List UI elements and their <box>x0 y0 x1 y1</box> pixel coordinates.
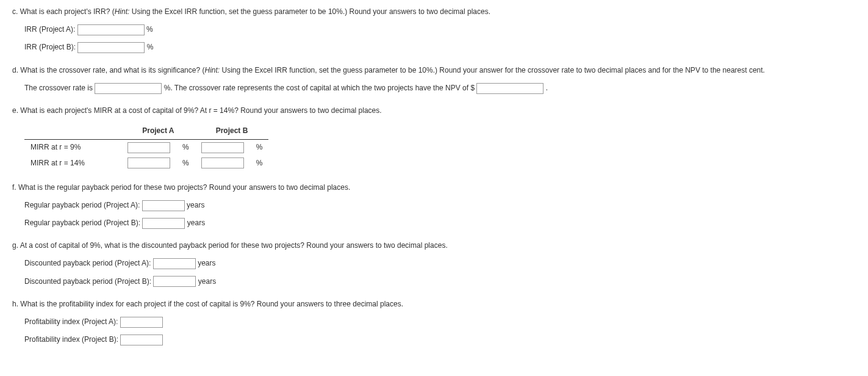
pct-unit: % <box>147 43 154 51</box>
pct-unit: % <box>146 25 153 34</box>
mirr-14-label: MIRR at r = 14% <box>24 156 121 171</box>
question-d-intro: d. What is the crossover rate, and what … <box>12 66 204 74</box>
hint-label: Hint: <box>115 7 130 16</box>
pi-b-label: Profitability index (Project B): <box>24 335 120 344</box>
question-d: d. What is the crossover rate, and what … <box>12 65 856 94</box>
mirr-9-label: MIRR at r = 9% <box>24 140 121 156</box>
irr-b-input[interactable] <box>77 42 145 53</box>
question-c-text: c. What is each project's IRR? (Hint: Us… <box>12 6 856 18</box>
years-unit: years <box>198 277 216 286</box>
years-unit: years <box>187 201 204 209</box>
pct-cell: % <box>250 140 269 156</box>
years-unit: years <box>187 219 205 227</box>
mirr-9-a-cell <box>121 140 176 156</box>
question-f: f. What is the regular payback period fo… <box>12 182 856 230</box>
mirr-9-b-input[interactable] <box>201 142 244 153</box>
question-g-text: g. At a cost of capital of 9%, what is t… <box>12 240 856 251</box>
disc-payback-a-label: Discounted payback period (Project A): <box>24 259 153 267</box>
question-h-text: h. What is the profitability index for e… <box>12 298 856 310</box>
disc-payback-a-row: Discounted payback period (Project A): y… <box>24 258 856 269</box>
question-g: g. At a cost of capital of 9%, what is t… <box>12 240 856 287</box>
payback-b-row: Regular payback period (Project B): year… <box>24 217 856 229</box>
payback-a-input[interactable] <box>142 200 185 211</box>
question-h: h. What is the profitability index for e… <box>12 298 856 346</box>
irr-b-label: IRR (Project B): <box>24 43 77 51</box>
pi-a-row: Profitability index (Project A): <box>24 316 856 328</box>
mirr-14-b-cell <box>195 156 250 171</box>
payback-a-label: Regular payback period (Project A): <box>24 201 142 209</box>
question-f-text: f. What is the regular payback period fo… <box>12 182 856 193</box>
question-c-intro: c. What is each project's IRR? ( <box>12 7 115 16</box>
pi-b-row: Profitability index (Project B): <box>24 334 856 345</box>
mirr-9-a-input[interactable] <box>127 142 170 153</box>
pct-cell: % <box>176 140 195 156</box>
project-b-header: Project B <box>195 123 269 140</box>
disc-payback-a-input[interactable] <box>153 258 196 269</box>
question-d-hint: Using the Excel IRR function, set the gu… <box>220 66 765 74</box>
question-c-hint: Using the Excel IRR function, set the gu… <box>129 7 490 16</box>
crossover-mid: %. The crossover rate represents the cos… <box>164 84 477 92</box>
mirr-9-b-cell <box>195 140 250 156</box>
irr-a-label: IRR (Project A): <box>24 25 77 34</box>
crossover-pre: The crossover rate is <box>24 84 95 92</box>
mirr-row-14: MIRR at r = 14% % % <box>24 156 268 171</box>
mirr-14-b-input[interactable] <box>201 157 244 168</box>
crossover-end: . <box>546 84 548 92</box>
crossover-rate-input[interactable] <box>95 83 162 94</box>
irr-a-row: IRR (Project A): % <box>24 24 856 35</box>
pi-a-label: Profitability index (Project A): <box>24 317 120 326</box>
irr-a-input[interactable] <box>77 24 145 35</box>
payback-a-row: Regular payback period (Project A): year… <box>24 200 856 211</box>
project-a-header: Project A <box>121 123 195 140</box>
payback-b-input[interactable] <box>142 218 185 229</box>
question-e-text: e. What is each project's MIRR at a cost… <box>12 105 856 117</box>
disc-payback-b-label: Discounted payback period (Project B): <box>24 277 153 286</box>
years-unit: years <box>198 259 215 267</box>
question-d-text: d. What is the crossover rate, and what … <box>12 65 856 76</box>
mirr-14-a-cell <box>121 156 176 171</box>
mirr-table: Project A Project B MIRR at r = 9% % % M… <box>24 123 268 171</box>
disc-payback-b-input[interactable] <box>153 276 196 287</box>
hint-label: Hint: <box>204 66 220 74</box>
mirr-14-a-input[interactable] <box>127 157 170 168</box>
mirr-row-9: MIRR at r = 9% % % <box>24 140 268 156</box>
crossover-npv-input[interactable] <box>476 83 543 94</box>
pi-a-input[interactable] <box>120 317 163 328</box>
mirr-header-row: Project A Project B <box>24 123 268 140</box>
pct-cell: % <box>176 156 195 171</box>
pct-cell: % <box>250 156 269 171</box>
disc-payback-b-row: Discounted payback period (Project B): y… <box>24 276 856 287</box>
pi-b-input[interactable] <box>120 334 163 345</box>
payback-b-label: Regular payback period (Project B): <box>24 219 142 227</box>
question-c: c. What is each project's IRR? (Hint: Us… <box>12 6 856 54</box>
question-e: e. What is each project's MIRR at a cost… <box>12 105 856 171</box>
irr-b-row: IRR (Project B): % <box>24 42 856 53</box>
crossover-row: The crossover rate is %. The crossover r… <box>24 82 856 94</box>
empty-header <box>24 123 121 140</box>
